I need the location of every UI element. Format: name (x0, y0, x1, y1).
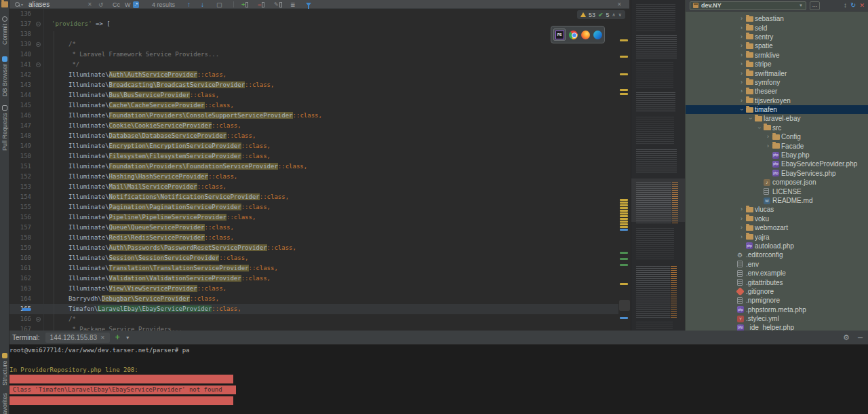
chevron-expanded-icon[interactable]: › (746, 114, 755, 123)
stripe-mark[interactable] (620, 223, 628, 225)
code-line-167[interactable]: 167 * Package Service Providers... (9, 324, 618, 331)
code-line-142[interactable]: 142Illuminate\Auth\AuthServiceProvider::… (9, 70, 618, 80)
tool-button-pull-requests[interactable]: Pull Requests (1, 105, 8, 151)
new-terminal-icon[interactable]: + (115, 333, 120, 342)
scrollbar-thumb[interactable] (619, 300, 630, 311)
tree-item-src[interactable]: ›src (686, 124, 868, 132)
code-line-162[interactable]: 162Illuminate\Validation\ValidationServi… (9, 274, 618, 284)
tree-item-yajra[interactable]: ›yajra (686, 232, 868, 241)
tree-item-ebay-php[interactable]: phpEbay.php (686, 151, 868, 159)
open-in-find-window-icon[interactable]: ▢ (216, 1, 222, 8)
code-line-155[interactable]: 155Illuminate\Pagination\PaginationServi… (9, 202, 618, 212)
previous-occurrence-icon[interactable]: ↑ (187, 1, 191, 8)
chevron-collapsed-icon[interactable]: › (737, 233, 746, 242)
tree-item-webmozart[interactable]: ›webmozart (686, 223, 868, 232)
code-line-161[interactable]: 161Illuminate\Translation\TranslationSer… (9, 263, 618, 274)
stripe-mark[interactable] (620, 202, 628, 204)
chevron-collapsed-icon[interactable]: › (764, 132, 772, 141)
terminal-dropdown-icon[interactable]: ▼ (125, 335, 130, 340)
tool-button-structure[interactable]: Structure (1, 353, 8, 385)
tree-item-seld[interactable]: ›seld (686, 23, 868, 32)
phpstorm-browser-button[interactable]: PS (553, 29, 566, 41)
tree-item--styleci-yml[interactable]: Y.styleci.yml (686, 314, 868, 323)
tree-item--env-example[interactable]: .env.example (686, 269, 868, 278)
tree-item-swiftmailer[interactable]: ›swiftmailer (686, 69, 868, 77)
tree-item-sentry[interactable]: ›sentry (686, 33, 868, 41)
code-line-138[interactable]: 138 (9, 29, 618, 39)
search-icon[interactable] (15, 2, 20, 7)
chevron-collapsed-icon[interactable]: › (737, 78, 746, 87)
code-line-136[interactable]: 136 (9, 9, 618, 19)
project-selector[interactable]: dev.NY ▼ (690, 1, 806, 10)
code-line-156[interactable]: 156Illuminate\Pipeline\PipelineServicePr… (9, 212, 618, 223)
terminal-tab[interactable]: 144.126.155.83 ✕ (45, 333, 110, 343)
tree-item-license[interactable]: LICENSE (686, 187, 868, 195)
chevron-collapsed-icon[interactable]: › (737, 60, 746, 69)
tree-item--npmignore[interactable]: .npmignore (686, 296, 868, 305)
fold-marker-icon[interactable] (36, 62, 41, 67)
tree-item-voku[interactable]: ›voku (686, 214, 868, 223)
tree-item--editorconfig[interactable]: ⚙.editorconfig (686, 250, 868, 259)
tree-item-ebayservices-php[interactable]: phpEbayServices.php (686, 169, 868, 178)
stripe-mark[interactable] (620, 73, 628, 75)
chevron-collapsed-icon[interactable]: › (737, 87, 746, 96)
close-tab-icon[interactable]: ✕ (100, 335, 105, 341)
refresh-icon[interactable]: ↻ (850, 2, 856, 9)
terminal-settings-icon[interactable]: ⚙ (843, 333, 850, 342)
tree-item-tijsverkoyen[interactable]: ›tijsverkoyen (686, 96, 868, 105)
chevron-collapsed-icon[interactable]: › (737, 24, 746, 33)
tree-item-symfony[interactable]: ›symfony (686, 78, 868, 87)
stripe-mark[interactable] (620, 204, 628, 206)
chevron-collapsed-icon[interactable]: › (737, 214, 746, 223)
tree-item--env[interactable]: .env (686, 260, 868, 269)
tree-item--phpstorm-meta-php[interactable]: php.phpstorm.meta.php (686, 305, 868, 314)
stripe-mark[interactable] (620, 283, 628, 285)
search-input[interactable]: aliases (28, 1, 50, 8)
tree-item-config[interactable]: ›Config (686, 132, 868, 141)
stripe-mark[interactable] (620, 264, 628, 266)
chevron-expanded-icon[interactable]: › (737, 105, 746, 114)
code-line-145[interactable]: 145Illuminate\Cache\CacheServiceProvider… (9, 100, 618, 111)
stripe-mark[interactable] (620, 229, 628, 231)
tool-button-db-browser[interactable]: DB Browser (1, 56, 8, 96)
minimap-viewport[interactable] (631, 178, 686, 222)
code-line-160[interactable]: 160Illuminate\Session\SessionServiceProv… (9, 253, 618, 263)
stripe-mark[interactable] (620, 39, 628, 41)
code-editor[interactable]: 136137'providers' => [138139/*140 * Lara… (9, 9, 618, 331)
stripe-mark[interactable] (620, 258, 628, 260)
code-line-137[interactable]: 137'providers' => [ (9, 19, 618, 29)
tree-item-stripe[interactable]: ›stripe (686, 60, 868, 69)
stripe-mark[interactable] (620, 89, 628, 91)
match-case-toggle[interactable]: Cc (113, 1, 120, 8)
stripe-mark[interactable] (620, 210, 628, 212)
remove-selection-icon[interactable]: − (258, 0, 264, 9)
code-line-157[interactable]: 157Illuminate\Queue\QueueServiceProvider… (9, 223, 618, 233)
terminal-output[interactable]: root@vmi677714:/var/www/dev.tarser.net/p… (9, 345, 868, 414)
chevron-collapsed-icon[interactable]: › (737, 14, 746, 23)
code-line-163[interactable]: 163Illuminate\View\ViewServiceProvider::… (9, 284, 618, 294)
clear-search-icon[interactable]: ✕ (87, 1, 92, 7)
code-line-143[interactable]: 143Illuminate\Broadcasting\BroadcastServ… (9, 80, 618, 90)
code-line-147[interactable]: 147Illuminate\Cookie\CookieServiceProvid… (9, 121, 618, 131)
words-toggle[interactable]: W (125, 1, 131, 8)
tree-item--ide-helper-php[interactable]: php_ide_helper.php (686, 323, 868, 331)
tree-item-sebastian[interactable]: ›sebastian (686, 14, 868, 23)
stripe-mark[interactable] (620, 221, 628, 223)
chevron-collapsed-icon[interactable]: › (737, 33, 746, 41)
code-line-151[interactable]: 151Illuminate\Foundation\Providers\Found… (9, 162, 618, 172)
code-line-154[interactable]: 154Illuminate\Notifications\Notification… (9, 192, 618, 202)
chevron-collapsed-icon[interactable]: › (764, 142, 772, 151)
code-line-139[interactable]: 139/* (9, 39, 618, 50)
tool-button-favorites[interactable]: Favorites (1, 393, 8, 414)
chrome-icon[interactable] (569, 31, 578, 39)
filter-search-icon[interactable] (306, 3, 311, 6)
chevron-collapsed-icon[interactable]: › (737, 223, 746, 232)
firefox-icon[interactable] (581, 31, 590, 39)
code-line-148[interactable]: 148Illuminate\Database\DatabaseServicePr… (9, 131, 618, 141)
tree-item-autoload-php[interactable]: phpautoload.php (686, 242, 868, 250)
regex-toggle[interactable]: .* (133, 1, 139, 8)
fold-marker-icon[interactable] (36, 42, 41, 47)
stripe-mark[interactable] (620, 212, 628, 214)
stripe-mark[interactable] (620, 93, 628, 95)
multiline-search-icon[interactable]: ≣ (290, 1, 296, 8)
